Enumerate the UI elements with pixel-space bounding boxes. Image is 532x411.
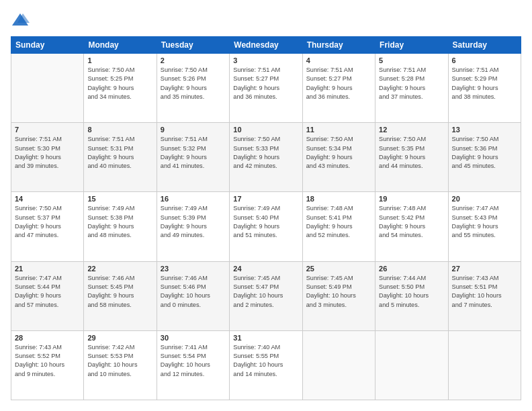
calendar-cell: 4Sunrise: 7:51 AMSunset: 5:27 PMDaylight… [302,54,375,123]
calendar-cell [302,330,375,400]
day-number: 16 [161,195,226,203]
day-number: 8 [87,126,152,134]
day-info: Sunrise: 7:46 AMSunset: 5:46 PMDaylight:… [161,274,226,310]
week-row-0: 1Sunrise: 7:50 AMSunset: 5:25 PMDaylight… [11,54,521,123]
day-number: 12 [379,126,444,134]
week-row-3: 21Sunrise: 7:47 AMSunset: 5:44 PMDayligh… [11,261,521,330]
day-info: Sunrise: 7:51 AMSunset: 5:29 PMDaylight:… [452,66,517,101]
day-number: 15 [87,195,152,203]
day-info: Sunrise: 7:51 AMSunset: 5:27 PMDaylight:… [306,66,371,101]
calendar-cell: 12Sunrise: 7:50 AMSunset: 5:35 PMDayligh… [375,123,448,192]
day-number: 18 [306,195,371,203]
weekday-saturday: Saturday [448,37,521,54]
day-number: 31 [233,334,298,342]
day-info: Sunrise: 7:47 AMSunset: 5:43 PMDaylight:… [452,204,517,240]
week-row-2: 14Sunrise: 7:50 AMSunset: 5:37 PMDayligh… [11,192,521,261]
day-number: 7 [15,126,80,134]
calendar-cell: 24Sunrise: 7:45 AMSunset: 5:47 PMDayligh… [230,261,302,330]
day-info: Sunrise: 7:44 AMSunset: 5:50 PMDaylight:… [379,274,444,310]
day-info: Sunrise: 7:49 AMSunset: 5:38 PMDaylight:… [87,204,152,240]
weekday-tuesday: Tuesday [157,37,229,54]
calendar-cell: 7Sunrise: 7:51 AMSunset: 5:30 PMDaylight… [11,123,84,192]
day-info: Sunrise: 7:51 AMSunset: 5:28 PMDaylight:… [379,66,444,101]
day-number: 4 [306,56,371,64]
calendar-cell: 31Sunrise: 7:40 AMSunset: 5:55 PMDayligh… [230,330,302,400]
calendar-cell [375,330,448,400]
day-info: Sunrise: 7:51 AMSunset: 5:27 PMDaylight:… [233,66,298,101]
day-number: 11 [306,126,371,134]
day-number: 6 [452,56,517,64]
calendar-cell: 2Sunrise: 7:50 AMSunset: 5:26 PMDaylight… [157,54,229,123]
day-info: Sunrise: 7:43 AMSunset: 5:52 PMDaylight:… [15,343,80,379]
weekday-header-row: SundayMondayTuesdayWednesdayThursdayFrid… [11,37,521,54]
calendar-cell: 20Sunrise: 7:47 AMSunset: 5:43 PMDayligh… [448,192,521,261]
day-info: Sunrise: 7:50 AMSunset: 5:35 PMDaylight:… [379,135,444,171]
day-number: 5 [379,56,444,64]
day-number: 2 [161,56,226,64]
calendar-cell: 5Sunrise: 7:51 AMSunset: 5:28 PMDaylight… [375,54,448,123]
week-row-4: 28Sunrise: 7:43 AMSunset: 5:52 PMDayligh… [11,330,521,400]
calendar-cell: 27Sunrise: 7:43 AMSunset: 5:51 PMDayligh… [448,261,521,330]
calendar-cell: 22Sunrise: 7:46 AMSunset: 5:45 PMDayligh… [84,261,157,330]
day-number: 22 [87,265,152,273]
page: SundayMondayTuesdayWednesdayThursdayFrid… [0,0,532,411]
calendar-cell: 14Sunrise: 7:50 AMSunset: 5:37 PMDayligh… [11,192,84,261]
day-number: 28 [15,334,80,342]
calendar-cell: 11Sunrise: 7:50 AMSunset: 5:34 PMDayligh… [302,123,375,192]
weekday-thursday: Thursday [302,37,375,54]
calendar-cell: 15Sunrise: 7:49 AMSunset: 5:38 PMDayligh… [84,192,157,261]
day-number: 27 [452,265,517,273]
day-number: 23 [161,265,226,273]
calendar-cell: 3Sunrise: 7:51 AMSunset: 5:27 PMDaylight… [230,54,302,123]
day-info: Sunrise: 7:49 AMSunset: 5:40 PMDaylight:… [233,204,298,240]
calendar-cell: 13Sunrise: 7:50 AMSunset: 5:36 PMDayligh… [448,123,521,192]
day-info: Sunrise: 7:42 AMSunset: 5:53 PMDaylight:… [87,343,152,379]
day-info: Sunrise: 7:50 AMSunset: 5:34 PMDaylight:… [306,135,371,171]
day-info: Sunrise: 7:51 AMSunset: 5:32 PMDaylight:… [161,135,226,171]
calendar-cell [448,330,521,400]
day-number: 24 [233,265,298,273]
day-info: Sunrise: 7:48 AMSunset: 5:42 PMDaylight:… [379,204,444,240]
calendar-cell: 25Sunrise: 7:45 AMSunset: 5:49 PMDayligh… [302,261,375,330]
day-info: Sunrise: 7:45 AMSunset: 5:49 PMDaylight:… [306,274,371,310]
day-number: 14 [15,195,80,203]
day-number: 20 [452,195,517,203]
day-info: Sunrise: 7:51 AMSunset: 5:30 PMDaylight:… [15,135,80,171]
calendar-cell: 23Sunrise: 7:46 AMSunset: 5:46 PMDayligh… [157,261,229,330]
day-number: 13 [452,126,517,134]
calendar-table: SundayMondayTuesdayWednesdayThursdayFrid… [11,36,521,400]
day-info: Sunrise: 7:45 AMSunset: 5:47 PMDaylight:… [233,274,298,310]
calendar-cell: 9Sunrise: 7:51 AMSunset: 5:32 PMDaylight… [157,123,229,192]
day-info: Sunrise: 7:50 AMSunset: 5:26 PMDaylight:… [161,66,226,101]
calendar-cell: 10Sunrise: 7:50 AMSunset: 5:33 PMDayligh… [230,123,302,192]
day-info: Sunrise: 7:48 AMSunset: 5:41 PMDaylight:… [306,204,371,240]
day-number: 1 [87,56,152,64]
day-number: 9 [161,126,226,134]
day-info: Sunrise: 7:50 AMSunset: 5:36 PMDaylight:… [452,135,517,171]
weekday-monday: Monday [84,37,157,54]
day-number: 25 [306,265,371,273]
day-number: 17 [233,195,298,203]
calendar-cell [11,54,84,123]
calendar-cell: 18Sunrise: 7:48 AMSunset: 5:41 PMDayligh… [302,192,375,261]
calendar-cell: 8Sunrise: 7:51 AMSunset: 5:31 PMDaylight… [84,123,157,192]
logo [11,11,32,30]
calendar-cell: 16Sunrise: 7:49 AMSunset: 5:39 PMDayligh… [157,192,229,261]
day-info: Sunrise: 7:51 AMSunset: 5:31 PMDaylight:… [87,135,152,171]
day-info: Sunrise: 7:43 AMSunset: 5:51 PMDaylight:… [452,274,517,310]
header [11,11,521,30]
week-row-1: 7Sunrise: 7:51 AMSunset: 5:30 PMDaylight… [11,123,521,192]
day-info: Sunrise: 7:40 AMSunset: 5:55 PMDaylight:… [233,343,298,379]
calendar-cell: 30Sunrise: 7:41 AMSunset: 5:54 PMDayligh… [157,330,229,400]
day-info: Sunrise: 7:50 AMSunset: 5:37 PMDaylight:… [15,204,80,240]
day-number: 29 [87,334,152,342]
day-info: Sunrise: 7:47 AMSunset: 5:44 PMDaylight:… [15,274,80,310]
calendar-cell: 1Sunrise: 7:50 AMSunset: 5:25 PMDaylight… [84,54,157,123]
day-number: 21 [15,265,80,273]
day-info: Sunrise: 7:50 AMSunset: 5:33 PMDaylight:… [233,135,298,171]
day-info: Sunrise: 7:41 AMSunset: 5:54 PMDaylight:… [161,343,226,379]
day-number: 19 [379,195,444,203]
weekday-wednesday: Wednesday [230,37,302,54]
day-info: Sunrise: 7:50 AMSunset: 5:25 PMDaylight:… [87,66,152,101]
calendar-cell: 21Sunrise: 7:47 AMSunset: 5:44 PMDayligh… [11,261,84,330]
